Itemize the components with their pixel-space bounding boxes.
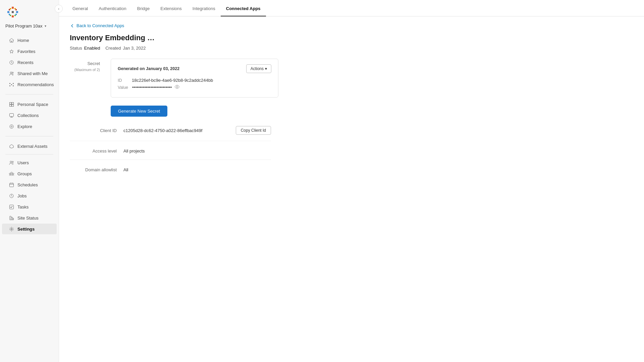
status-label-text: Status: [70, 46, 82, 51]
svg-rect-39: [13, 218, 14, 220]
access-level-row: Access level All projects: [70, 148, 271, 160]
sidebar-item-schedules-label: Schedules: [17, 182, 38, 187]
users-icon: [9, 160, 14, 165]
sidebar-item-users[interactable]: Users: [2, 157, 57, 168]
svg-rect-9: [9, 9, 10, 10]
sidebar-item-recommendations[interactable]: Recommendations: [2, 79, 57, 90]
secret-label-column: Secret (Maximum of 2): [70, 59, 100, 73]
sidebar-nav-top: Home Favorites Recents Shared with Me Re…: [0, 33, 59, 92]
sidebar-nav-bottom: External Assets Users Groups Schedules: [0, 139, 59, 236]
svg-rect-37: [10, 216, 11, 220]
svg-point-19: [9, 85, 10, 86]
generate-new-secret-button[interactable]: Generate New Secret: [111, 106, 167, 117]
domain-allowlist-label: Domain allowlist: [70, 167, 117, 172]
actions-button[interactable]: Actions ▾: [246, 64, 271, 73]
svg-point-30: [12, 161, 13, 163]
secret-id-value: 18c226ef-bc9e-4ae6-92b8-9c2addc244bb: [132, 78, 213, 83]
tab-bridge[interactable]: Bridge: [132, 0, 155, 16]
svg-marker-28: [10, 144, 13, 148]
svg-rect-1: [12, 15, 14, 17]
sidebar-collapse-button[interactable]: ‹: [55, 5, 63, 13]
svg-rect-22: [12, 102, 14, 104]
back-to-connected-apps-link[interactable]: Back to Connected Apps: [70, 23, 633, 28]
tab-integrations[interactable]: Integrations: [187, 0, 221, 16]
sidebar-item-external-assets-label: External Assets: [17, 144, 48, 149]
tab-general[interactable]: General: [67, 0, 93, 16]
svg-rect-12: [15, 14, 17, 15]
tab-authentication[interactable]: Authentication: [93, 0, 131, 16]
secret-generated-text: Generated on January 03, 2022: [118, 66, 179, 71]
svg-point-31: [11, 172, 12, 174]
sidebar-item-groups-label: Groups: [17, 171, 32, 176]
svg-point-33: [12, 173, 14, 174]
sidebar-item-settings[interactable]: Settings: [2, 224, 57, 234]
site-status-icon: [9, 215, 14, 221]
sidebar-divider-2: [5, 136, 53, 136]
actions-chevron-icon: ▾: [265, 66, 267, 71]
generate-secret-container: Generate New Secret: [111, 106, 633, 117]
sidebar-item-jobs[interactable]: Jobs: [2, 190, 57, 201]
tab-connected-apps[interactable]: Connected Apps: [221, 0, 266, 16]
svg-rect-0: [12, 7, 14, 9]
main-content-area: General Authentication Bridge Extensions…: [59, 0, 644, 362]
svg-rect-24: [12, 105, 14, 107]
sidebar-item-tasks[interactable]: Tasks: [2, 201, 57, 212]
meta-separator: [102, 46, 104, 51]
sidebar-item-schedules[interactable]: Schedules: [2, 179, 57, 190]
settings-icon: [9, 226, 14, 232]
page-meta: Status Enabled Created Jan 3, 2022: [70, 46, 633, 51]
recommendations-icon: [9, 82, 14, 87]
status-value: Enabled: [84, 46, 100, 51]
sidebar-item-site-status[interactable]: Site Status: [2, 213, 57, 223]
sidebar-item-personal-space[interactable]: Personal Space: [2, 99, 57, 110]
svg-point-40: [11, 228, 12, 230]
sidebar-item-favorites-label: Favorites: [17, 49, 35, 54]
sidebar-item-favorites[interactable]: Favorites: [2, 46, 57, 57]
svg-rect-11: [9, 14, 10, 15]
secret-card: Generated on January 03, 2022 Actions ▾ …: [111, 59, 278, 98]
created-label-text: Created: [105, 46, 121, 51]
sidebar-item-home[interactable]: Home: [2, 35, 57, 46]
svg-point-26: [10, 125, 13, 128]
tab-extensions[interactable]: Extensions: [155, 0, 187, 16]
svg-point-20: [13, 85, 14, 86]
sidebar-item-tasks-label: Tasks: [17, 204, 29, 209]
sidebar-item-shared-with-me[interactable]: Shared with Me: [2, 68, 57, 79]
copy-client-id-button[interactable]: Copy Client Id: [236, 126, 271, 135]
access-level-label: Access level: [70, 148, 117, 154]
domain-allowlist-row: Domain allowlist All: [70, 167, 271, 178]
sidebar-item-groups[interactable]: Groups: [2, 168, 57, 179]
home-icon: [9, 38, 14, 43]
logo: [0, 0, 59, 21]
sidebar-item-collections-label: Collections: [17, 113, 39, 118]
svg-point-16: [11, 84, 12, 85]
sidebar-item-external-assets[interactable]: External Assets: [2, 141, 57, 152]
sidebar-item-recents[interactable]: Recents: [2, 57, 57, 68]
personal-space-icon: [9, 102, 14, 107]
svg-rect-3: [16, 11, 18, 13]
sidebar-item-settings-label: Settings: [17, 227, 35, 232]
client-id-row: Client ID c1205d28-dc62-4750-a022-86effb…: [70, 126, 271, 141]
sidebar-item-collections[interactable]: Collections: [2, 110, 57, 121]
svg-point-32: [9, 173, 10, 174]
reveal-secret-icon[interactable]: [174, 85, 180, 90]
secret-max-label: (Maximum of 2): [70, 67, 100, 72]
external-assets-icon: [9, 143, 14, 149]
svg-rect-38: [11, 217, 12, 220]
secret-id-label: ID: [118, 78, 128, 83]
secret-value-row: Value ••••••••••••••••••••••••••: [118, 85, 271, 90]
workspace-selector[interactable]: Pilot Program 10ax ▾: [0, 21, 59, 33]
created-value: Jan 3, 2022: [123, 46, 146, 51]
schedules-icon: [9, 182, 14, 187]
svg-point-15: [12, 72, 13, 73]
back-arrow-icon: [70, 23, 74, 28]
tasks-icon: [9, 204, 14, 209]
svg-rect-25: [9, 113, 13, 116]
sidebar-divider-1: [5, 94, 53, 95]
sidebar-item-recents-label: Recents: [17, 60, 34, 65]
page-title: Inventory Embedding …: [70, 34, 633, 42]
domain-allowlist-value: All: [123, 167, 271, 172]
sidebar-item-explore[interactable]: Explore: [2, 121, 57, 132]
secret-section: Secret (Maximum of 2) Generated on Janua…: [70, 59, 633, 98]
sidebar-item-site-status-label: Site Status: [17, 216, 39, 221]
